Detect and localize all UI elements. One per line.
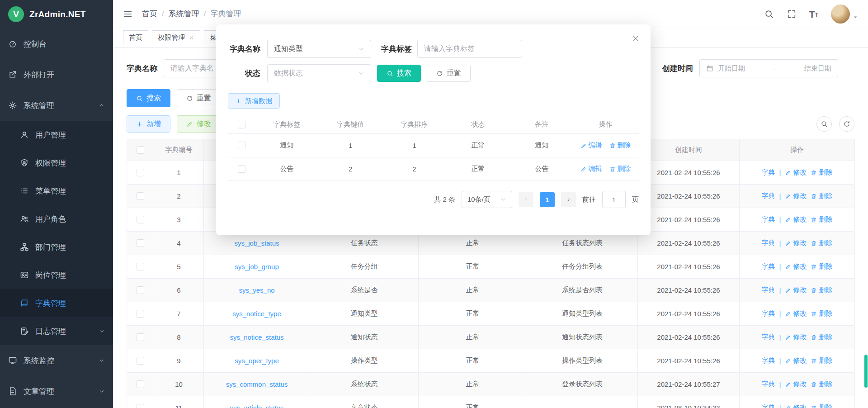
prev-page-button[interactable] [519,192,533,207]
row-checkbox[interactable] [137,216,144,223]
refresh-button[interactable] [839,116,854,132]
user-menu[interactable] [831,5,858,24]
row-checkbox[interactable] [137,404,144,408]
sidebar-item-external[interactable]: 外部打开 [0,59,113,90]
dict-type-link[interactable]: sys_oper_type [235,357,279,365]
breadcrumb-system[interactable]: 系统管理 [169,9,199,19]
edit-link[interactable]: 修改 [785,380,807,389]
delete-link[interactable]: 删除 [811,192,832,200]
fullscreen-icon[interactable] [787,9,797,19]
dialog-row-checkbox[interactable] [238,142,245,149]
delete-link[interactable]: 删除 [811,403,832,408]
date-range-picker[interactable]: 开始日期 - 结束日期 [699,59,838,77]
close-icon[interactable] [632,34,640,43]
delete-link[interactable]: 删除 [609,165,631,173]
dict-data-link[interactable]: 字典 [762,168,775,177]
tab-permission[interactable]: 权限管理 [152,30,200,45]
delete-link[interactable]: 删除 [811,262,832,271]
tab-home[interactable]: 首页 [123,30,148,45]
edit-link[interactable]: 修改 [785,168,807,177]
delete-link[interactable]: 删除 [811,215,832,224]
edit-link[interactable]: 修改 [785,333,807,342]
sidebar-item-console[interactable]: 控制台 [0,28,113,59]
delete-link[interactable]: 删除 [811,286,832,294]
scrollbar[interactable] [864,355,868,388]
close-icon[interactable] [189,35,194,41]
edit-link[interactable]: 修改 [785,356,807,365]
dialog-search-button[interactable]: 搜索 [377,65,421,82]
dict-data-link[interactable]: 字典 [762,380,775,389]
search-button[interactable]: 搜索 [127,89,170,107]
select-all-checkbox[interactable] [137,146,144,154]
add-button[interactable]: 新增 [127,115,170,133]
goto-page-input[interactable] [602,191,626,208]
reset-button[interactable]: 重置 [177,89,221,107]
edit-link[interactable]: 编辑 [580,165,602,173]
row-checkbox[interactable] [137,333,144,341]
show-search-button[interactable] [816,116,832,132]
dict-data-link[interactable]: 字典 [762,356,775,365]
edit-button[interactable]: 修改 [177,115,221,133]
row-checkbox[interactable] [137,380,144,388]
dict-data-link[interactable]: 字典 [762,333,775,342]
dict-data-link[interactable]: 字典 [762,286,775,294]
dict-data-link[interactable]: 字典 [762,239,775,247]
row-checkbox[interactable] [137,239,144,247]
next-page-button[interactable] [561,192,576,207]
delete-link[interactable]: 删除 [811,309,832,318]
dict-data-link[interactable]: 字典 [762,403,775,408]
dict-data-link[interactable]: 字典 [762,262,775,271]
search-icon[interactable] [764,9,774,19]
dict-type-link[interactable]: sys_job_group [235,263,279,270]
font-size-icon[interactable]: TT [809,9,818,19]
dict-name-select[interactable]: 通知类型 [267,40,371,58]
dict-type-link[interactable]: sys_yes_no [239,286,274,294]
edit-link[interactable]: 修改 [785,192,807,200]
hamburger-icon[interactable] [123,9,133,19]
app-logo[interactable]: V ZrAdmin.NET [0,0,113,28]
sidebar-item-menu[interactable]: 菜单管理 [0,177,113,205]
dict-type-link[interactable]: sys_article_status [230,404,283,408]
edit-link[interactable]: 编辑 [580,141,602,150]
delete-link[interactable]: 删除 [811,356,832,365]
edit-link[interactable]: 修改 [785,239,807,247]
edit-link[interactable]: 修改 [785,262,807,271]
add-data-button[interactable]: 新增数据 [228,93,280,109]
dict-data-link[interactable]: 字典 [762,192,775,200]
dialog-row-checkbox[interactable] [238,165,245,173]
edit-link[interactable]: 修改 [785,403,807,408]
dict-type-link[interactable]: sys_job_status [234,239,279,247]
sidebar-item-post[interactable]: 岗位管理 [0,261,113,289]
row-checkbox[interactable] [137,263,144,270]
dict-data-link[interactable]: 字典 [762,215,775,224]
edit-link[interactable]: 修改 [785,215,807,224]
sidebar-item-log[interactable]: 日志管理 [0,317,113,345]
sidebar-item-role[interactable]: 用户角色 [0,205,113,233]
dict-type-link[interactable]: sys_notice_status [230,333,283,341]
sidebar-item-perm[interactable]: 权限管理 [0,149,113,177]
delete-link[interactable]: 删除 [811,168,832,177]
row-checkbox[interactable] [137,310,144,318]
row-checkbox[interactable] [137,192,144,200]
page-1-button[interactable]: 1 [540,192,555,207]
dict-label-input[interactable] [417,40,522,58]
edit-link[interactable]: 修改 [785,286,807,294]
sidebar-item-dept[interactable]: 部门管理 [0,233,113,261]
dict-type-link[interactable]: sys_notice_type [232,310,281,318]
sidebar-item-user[interactable]: 用户管理 [0,121,113,149]
row-checkbox[interactable] [137,357,144,365]
dict-type-link[interactable]: sys_common_status [226,380,288,388]
sidebar-item-article[interactable]: 文章管理 [0,376,113,407]
delete-link[interactable]: 删除 [811,380,832,389]
status-select[interactable]: 数据状态 [267,64,371,82]
breadcrumb-home[interactable]: 首页 [142,9,157,19]
delete-link[interactable]: 删除 [811,239,832,247]
sidebar-item-system[interactable]: 系统管理 [0,90,113,121]
dialog-select-all-checkbox[interactable] [238,121,245,128]
sidebar-item-monitor[interactable]: 系统监控 [0,345,113,376]
delete-link[interactable]: 删除 [811,333,832,342]
dialog-reset-button[interactable]: 重置 [427,65,471,82]
page-size-select[interactable]: 10条/页 [462,191,512,208]
row-checkbox[interactable] [137,286,144,294]
sidebar-item-dict[interactable]: 字典管理 [0,289,113,317]
